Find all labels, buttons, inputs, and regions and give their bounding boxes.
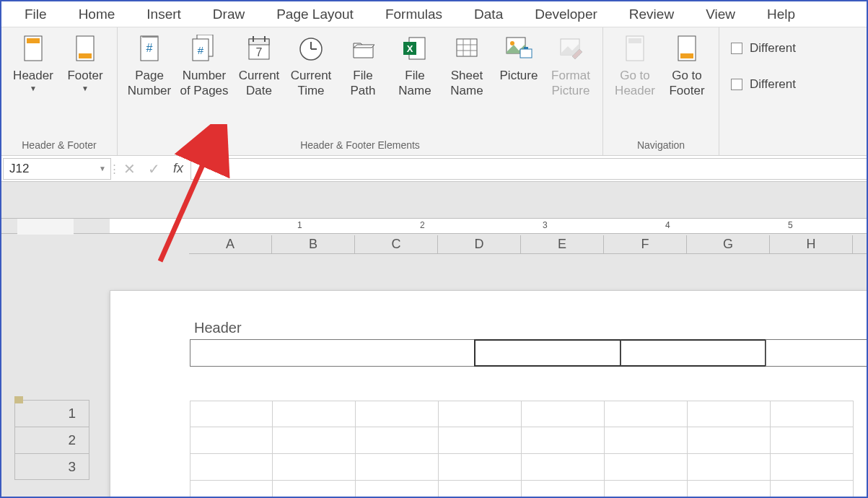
option-different-first[interactable]: Different	[727, 38, 796, 59]
goto-footer-button[interactable]: Go toFooter	[661, 32, 713, 98]
cell[interactable]	[439, 481, 522, 498]
menu-help[interactable]: Help	[751, 6, 811, 22]
menu-home[interactable]: Home	[63, 6, 131, 22]
cell[interactable]	[605, 454, 688, 481]
header-left[interactable]	[190, 339, 475, 367]
cell[interactable]	[273, 454, 356, 481]
cell[interactable]	[522, 427, 605, 454]
current-time-button[interactable]: CurrentTime	[285, 32, 337, 98]
checkbox-icon[interactable]	[731, 43, 742, 54]
excel-file-icon: X	[400, 35, 429, 64]
cell[interactable]	[771, 481, 854, 498]
chevron-down-icon: ▼	[30, 84, 37, 92]
picture-icon	[504, 35, 533, 64]
cell[interactable]	[688, 427, 771, 454]
menu-review[interactable]: Review	[613, 6, 690, 22]
header-center[interactable]	[474, 339, 621, 367]
file-name-button[interactable]: X FileName	[389, 32, 441, 98]
header-right[interactable]	[766, 339, 867, 367]
cell[interactable]	[273, 427, 356, 454]
header-button[interactable]: Header ▼	[7, 32, 59, 92]
col-header[interactable]: H	[770, 235, 853, 253]
cell[interactable]	[688, 454, 771, 481]
menu-page-layout[interactable]: Page Layout	[260, 6, 369, 22]
svg-text:X: X	[407, 43, 413, 54]
menu-developer[interactable]: Developer	[519, 6, 613, 22]
col-header[interactable]: C	[355, 235, 438, 253]
cell[interactable]	[190, 401, 273, 427]
cell[interactable]	[439, 401, 522, 427]
footer-label: Footer	[67, 69, 102, 82]
svg-text:#: #	[198, 44, 204, 56]
cell[interactable]	[439, 454, 522, 481]
cell[interactable]	[439, 427, 522, 454]
cell[interactable]	[273, 401, 356, 427]
format-picture-button: FormatPicture	[545, 32, 597, 98]
col-header[interactable]: G	[687, 235, 770, 253]
svg-rect-5	[142, 36, 158, 38]
col-header[interactable]: B	[272, 235, 355, 253]
svg-rect-11	[249, 39, 269, 45]
group-hf-elements: # PageNumber # Numberof Pages 7 CurrentD…	[118, 27, 603, 155]
file-path-button[interactable]: FilePath	[337, 32, 389, 98]
number-of-pages-icon: #	[190, 35, 219, 64]
checkbox-icon[interactable]	[731, 79, 742, 90]
sheet-name-button[interactable]: SheetName	[441, 32, 493, 98]
cell-grid	[190, 401, 867, 498]
menu-view[interactable]: View	[690, 6, 751, 22]
ruler: 1 2 3 4 5	[110, 218, 867, 234]
svg-rect-32	[628, 38, 641, 43]
cell[interactable]	[522, 401, 605, 427]
cell[interactable]	[688, 481, 771, 498]
cell[interactable]	[522, 454, 605, 481]
current-date-button[interactable]: 7 CurrentDate	[233, 32, 285, 98]
cell[interactable]	[356, 427, 439, 454]
cell[interactable]	[356, 401, 439, 427]
row-header[interactable]: 3	[14, 453, 89, 480]
cell[interactable]	[771, 401, 854, 427]
col-header[interactable]: A	[189, 235, 272, 253]
cell[interactable]	[605, 401, 688, 427]
cell[interactable]	[273, 481, 356, 498]
formula-input[interactable]	[190, 158, 867, 180]
row-header[interactable]: 1	[14, 400, 89, 427]
menu-draw[interactable]: Draw	[197, 6, 260, 22]
cell[interactable]	[522, 481, 605, 498]
menu-formulas[interactable]: Formulas	[369, 6, 458, 22]
cell[interactable]	[356, 481, 439, 498]
separator: ⋮	[111, 156, 117, 181]
page-number-button[interactable]: # PageNumber	[123, 32, 175, 98]
footer-button[interactable]: Footer ▼	[59, 32, 111, 92]
cell[interactable]	[356, 454, 439, 481]
group-label-navigation: Navigation	[637, 136, 685, 152]
menu-data[interactable]: Data	[458, 6, 519, 22]
header-center-right[interactable]	[621, 339, 766, 367]
name-box[interactable]: J12 ▼	[3, 158, 111, 180]
cell[interactable]	[605, 481, 688, 498]
col-header[interactable]: E	[521, 235, 604, 253]
number-of-pages-button[interactable]: # Numberof Pages	[175, 32, 233, 98]
option-different-odd-even[interactable]: Different	[727, 74, 796, 95]
cell[interactable]	[190, 427, 273, 454]
svg-point-27	[510, 41, 514, 45]
picture-button[interactable]: Picture	[493, 32, 545, 83]
group-header-footer: Header ▼ Footer ▼ Header & Footer	[1, 27, 118, 155]
menu-insert[interactable]: Insert	[131, 6, 197, 22]
row-header[interactable]: 2	[14, 427, 89, 453]
calendar-icon: 7	[245, 35, 273, 64]
format-picture-icon	[556, 35, 585, 64]
cell[interactable]	[771, 427, 854, 454]
cell[interactable]	[605, 427, 688, 454]
menu-file[interactable]: File	[9, 6, 63, 22]
fx-icon[interactable]: fx	[166, 161, 190, 176]
clock-icon	[297, 35, 325, 64]
svg-rect-29	[524, 47, 528, 49]
col-header[interactable]: D	[438, 235, 521, 253]
cell[interactable]	[771, 454, 854, 481]
col-header[interactable]: F	[604, 235, 687, 253]
cell[interactable]	[688, 401, 771, 427]
cell[interactable]	[190, 481, 273, 498]
group-label-hf-elements: Header & Footer Elements	[300, 136, 420, 152]
cell[interactable]	[190, 454, 273, 481]
chevron-down-icon[interactable]: ▼	[99, 165, 106, 172]
